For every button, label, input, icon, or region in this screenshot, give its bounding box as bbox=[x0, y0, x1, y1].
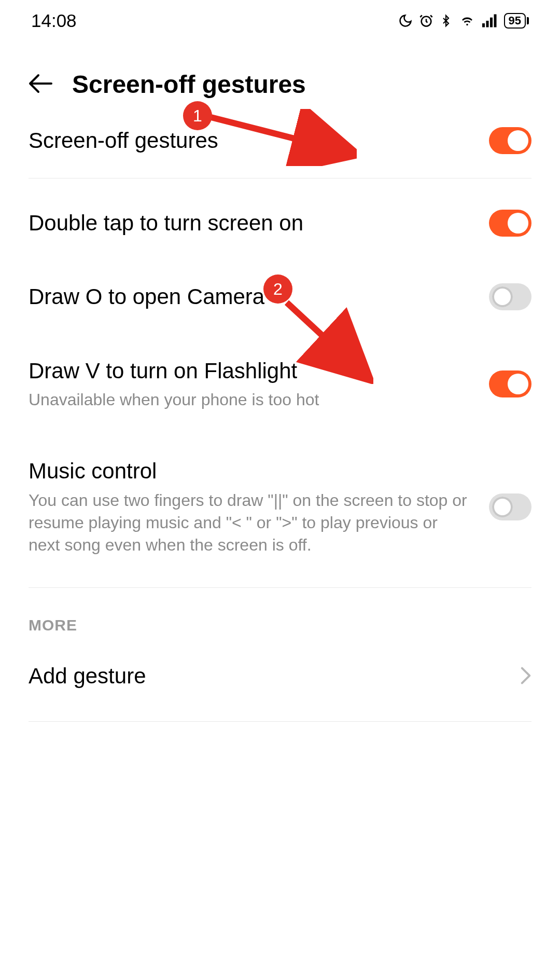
status-bar: 14:08 95 bbox=[0, 0, 560, 36]
chevron-right-icon bbox=[520, 666, 531, 687]
back-button[interactable] bbox=[29, 74, 52, 95]
svg-rect-4 bbox=[494, 15, 496, 28]
svg-line-6 bbox=[287, 303, 358, 368]
header: Screen-off gestures bbox=[0, 36, 560, 112]
toggle-draw-o[interactable] bbox=[489, 283, 531, 310]
battery-indicator: 95 bbox=[504, 13, 529, 29]
toggle-double-tap[interactable] bbox=[489, 210, 531, 237]
setting-label: Double tap to turn screen on bbox=[29, 210, 473, 237]
setting-draw-v: Draw V to turn on Flashlight Unavailable… bbox=[29, 334, 531, 435]
toggle-draw-v[interactable] bbox=[489, 370, 531, 397]
status-time: 14:08 bbox=[31, 10, 77, 31]
section-label-more: MORE bbox=[29, 596, 531, 639]
annotation-badge-1: 1 bbox=[183, 101, 212, 130]
divider bbox=[29, 178, 531, 179]
alarm-icon bbox=[419, 13, 433, 28]
status-icons: 95 bbox=[398, 13, 529, 29]
svg-line-5 bbox=[209, 117, 341, 150]
page-title: Screen-off gestures bbox=[72, 70, 306, 99]
wifi-icon bbox=[458, 13, 476, 28]
setting-label: Music control bbox=[29, 458, 473, 485]
divider bbox=[29, 721, 531, 722]
setting-music-control: Music control You can use two fingers to… bbox=[29, 434, 531, 580]
toggle-music-control[interactable] bbox=[489, 493, 531, 520]
setting-sublabel: You can use two fingers to draw "||" on … bbox=[29, 489, 473, 557]
arrow-left-icon bbox=[29, 74, 52, 93]
svg-rect-1 bbox=[482, 23, 485, 28]
moon-icon bbox=[398, 13, 413, 28]
add-gesture-row[interactable]: Add gesture bbox=[29, 639, 531, 713]
annotation-arrow-2 bbox=[283, 298, 373, 384]
annotation-badge-2: 2 bbox=[263, 274, 292, 304]
add-gesture-label: Add gesture bbox=[29, 663, 146, 690]
divider bbox=[29, 587, 531, 588]
toggle-screen-off-gestures[interactable] bbox=[489, 127, 531, 154]
setting-label: Draw O to open Camera bbox=[29, 283, 473, 311]
svg-rect-2 bbox=[486, 21, 488, 28]
setting-label: Draw V to turn on Flashlight bbox=[29, 358, 473, 385]
svg-rect-3 bbox=[490, 18, 493, 28]
setting-sublabel: Unavailable when your phone is too hot bbox=[29, 389, 473, 411]
setting-double-tap: Double tap to turn screen on bbox=[29, 186, 531, 260]
signal-icon bbox=[482, 14, 498, 28]
annotation-arrow-1 bbox=[206, 109, 357, 166]
bluetooth-icon bbox=[440, 13, 452, 29]
